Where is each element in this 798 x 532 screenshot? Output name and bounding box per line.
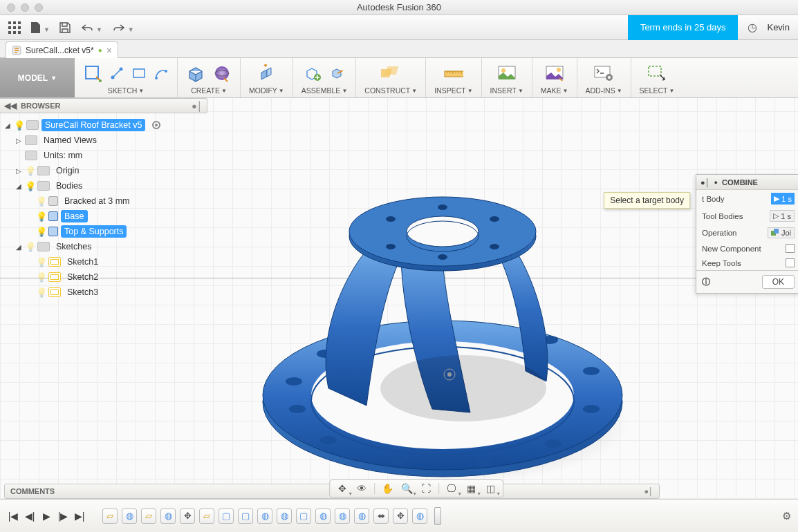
line-tool-button[interactable] — [109, 66, 124, 81]
tree-sketches[interactable]: ◢ 💡 Sketches — [3, 239, 205, 254]
fit-button[interactable]: ⛶ — [418, 482, 434, 495]
expand-toggle-icon[interactable]: ◢ — [4, 122, 11, 129]
timeline-step-fwd-button[interactable]: |▶ — [57, 510, 69, 522]
pin-panel-icon[interactable]: ●│ — [192, 101, 203, 111]
select-tool-button[interactable] — [647, 64, 667, 83]
dialog-header[interactable]: ●│ ● COMBINE — [696, 175, 798, 190]
subscription-banner[interactable]: Term ends in 25 days — [628, 15, 739, 40]
browser-header[interactable]: ◀◀ BROWSER ●│ — [0, 98, 207, 113]
timeline-feature[interactable]: ▱ — [141, 509, 156, 524]
viewport-layout-button[interactable]: ◫▼ — [482, 482, 499, 495]
new-component-checkbox[interactable] — [786, 244, 795, 253]
expand-toggle-icon[interactable]: ▷ — [15, 137, 22, 144]
tree-body-item[interactable]: 💡 Top & Supports — [3, 224, 205, 239]
pin-icon[interactable]: ●│ — [644, 487, 653, 495]
expand-toggle-icon[interactable]: ◢ — [15, 182, 22, 190]
timeline-feature[interactable]: ◍ — [315, 509, 331, 524]
insert-decal-button[interactable] — [497, 64, 517, 83]
look-at-button[interactable]: 👁 — [353, 482, 370, 495]
timeline-feature[interactable]: ◍ — [412, 509, 427, 524]
timeline-playhead[interactable] — [434, 507, 441, 525]
timeline-end-button[interactable]: ▶| — [73, 510, 86, 522]
timeline-step-back-button[interactable]: ◀| — [24, 510, 36, 522]
sphere-tool-button[interactable] — [212, 64, 232, 83]
timeline-feature[interactable]: ◍ — [257, 509, 272, 524]
visibility-icon[interactable]: 💡 — [14, 120, 24, 131]
display-settings-button[interactable]: 🖵▼ — [443, 482, 460, 495]
document-tab[interactable]: SureCall...cket v5* ● × — [6, 41, 118, 58]
job-status-icon[interactable]: ◷ — [748, 21, 757, 34]
pin-dialog-icon[interactable]: ●│ — [700, 178, 710, 187]
visibility-icon[interactable]: 💡 — [36, 287, 46, 298]
timeline-start-button[interactable]: |◀ — [7, 510, 19, 522]
tree-origin[interactable]: ▷ 💡 Origin — [3, 163, 205, 178]
zoom-window-icon[interactable] — [35, 3, 43, 12]
visibility-icon[interactable]: 💡 — [36, 272, 46, 283]
timeline-feature[interactable]: ✥ — [180, 509, 195, 524]
tree-sketch-item[interactable]: 💡 Sketch1 — [3, 254, 205, 269]
new-component-button[interactable] — [304, 64, 323, 83]
orbit-button[interactable]: ✥▼ — [334, 482, 351, 495]
target-body-selector[interactable]: ▶ 1 s — [771, 193, 795, 205]
visibility-icon[interactable]: 💡 — [36, 211, 46, 222]
close-window-icon[interactable] — [7, 3, 15, 12]
combine-dialog[interactable]: ●│ ● COMBINE t Body ▶ 1 s Tool Bodies ▷ … — [696, 174, 798, 294]
rectangle-tool-button[interactable] — [131, 66, 147, 81]
workspace-switcher[interactable]: MODEL ▼ — [0, 58, 75, 97]
tool-bodies-selector[interactable]: ▷ 1 s — [770, 210, 795, 222]
info-icon[interactable]: ⓘ — [702, 276, 710, 288]
visibility-icon[interactable]: 💡 — [36, 227, 46, 237]
timeline-feature[interactable]: ▢ — [219, 509, 234, 524]
press-pull-button[interactable] — [257, 64, 276, 83]
ribbon-group-label[interactable]: SELECT▼ — [640, 86, 675, 95]
window-controls[interactable] — [0, 3, 43, 12]
tree-root[interactable]: ◢ 💡 SureCall Roof Bracket v5 — [3, 117, 205, 133]
ribbon-group-label[interactable]: SKETCH▼ — [108, 86, 145, 95]
redo-button[interactable]: ▼ — [112, 23, 134, 32]
tree-sketch-item[interactable]: 💡 Sketch3 — [3, 285, 205, 300]
expand-toggle-icon[interactable]: ◢ — [15, 243, 22, 251]
visibility-icon[interactable]: 💡 — [36, 196, 46, 207]
timeline-feature[interactable]: ◍ — [122, 509, 137, 524]
expand-toggle-icon[interactable]: ▷ — [15, 167, 22, 175]
visibility-icon[interactable]: 💡 — [25, 242, 35, 252]
ribbon-group-label[interactable]: MAKE▼ — [541, 86, 568, 95]
visibility-icon[interactable]: 💡 — [25, 166, 35, 176]
tree-bodies[interactable]: ◢ 💡 Bodies — [3, 178, 205, 193]
keep-tools-checkbox[interactable] — [786, 258, 795, 267]
account-name[interactable]: Kevin — [767, 22, 790, 32]
ok-button[interactable]: OK — [762, 275, 795, 289]
visibility-icon[interactable]: 💡 — [36, 257, 46, 267]
ribbon-group-label[interactable]: CREATE▼ — [191, 86, 227, 95]
grid-settings-button[interactable]: ▦▼ — [463, 482, 479, 495]
arc-tool-button[interactable] — [154, 66, 169, 81]
data-panel-button[interactable] — [8, 21, 21, 34]
timeline-feature[interactable]: ▱ — [199, 509, 214, 524]
timeline-feature[interactable]: ◍ — [277, 509, 292, 524]
ribbon-group-label[interactable]: ASSEMBLE▼ — [301, 86, 348, 95]
tree-body-item[interactable]: 💡 Bracked at 3 mm — [3, 193, 205, 209]
minimize-window-icon[interactable] — [21, 3, 29, 12]
joint-button[interactable] — [330, 66, 345, 81]
3d-print-button[interactable] — [545, 64, 564, 83]
collapse-browser-icon[interactable]: ◀◀ — [4, 101, 17, 111]
ribbon-group-label[interactable]: CONSTRUCT▼ — [364, 86, 417, 95]
timeline-feature[interactable]: ◍ — [335, 509, 350, 524]
ribbon-group-label[interactable]: INSPECT▼ — [434, 86, 472, 95]
activate-component-icon[interactable] — [152, 121, 160, 129]
file-menu-button[interactable]: ▼ — [30, 21, 50, 34]
tree-sketch-item[interactable]: 💡 Sketch2 — [3, 269, 205, 285]
tree-named-views[interactable]: ▷ Named Views — [3, 133, 205, 148]
create-sketch-button[interactable] — [83, 64, 102, 83]
timeline-play-button[interactable]: ▶ — [40, 510, 53, 522]
timeline-feature[interactable]: ▢ — [296, 509, 311, 524]
pan-button[interactable]: ✋ — [379, 482, 396, 495]
undo-button[interactable]: ▼ — [80, 23, 102, 32]
timeline-feature[interactable]: ◍ — [160, 509, 176, 524]
timeline-feature[interactable]: ▢ — [238, 509, 253, 524]
tree-units[interactable]: Units: mm — [3, 148, 205, 163]
measure-button[interactable] — [444, 64, 463, 83]
timeline-feature[interactable]: ◍ — [354, 509, 369, 524]
ribbon-group-label[interactable]: INSERT▼ — [490, 86, 523, 95]
operation-dropdown[interactable]: Joi — [768, 227, 795, 238]
